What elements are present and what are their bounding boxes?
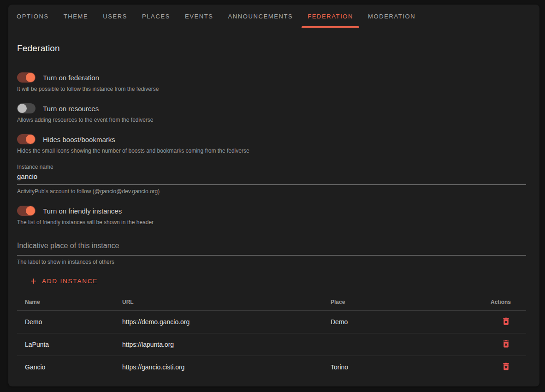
resources-toggle-row: Turn on resources Allows adding resource… (17, 103, 526, 123)
instance-name-cell: Gancio (25, 363, 122, 371)
tab-announcements[interactable]: ANNOUNCEMENTS (221, 5, 301, 28)
federation-switch-label: Turn on federation (43, 74, 99, 82)
delete-instance-button[interactable] (501, 339, 511, 350)
hide-boost-switch-hint: Hides the small icons showing the number… (17, 148, 526, 154)
switch-knob (18, 104, 27, 113)
federation-switch[interactable] (17, 72, 36, 83)
instance-url-cell: https://lapunta.org (122, 341, 331, 348)
tab-federation[interactable]: FEDERATION (300, 5, 361, 28)
hide-boost-switch[interactable] (17, 134, 36, 144)
table-header-row: Name URL Place Actions (17, 294, 526, 311)
add-instance-button[interactable]: ADD INSTANCE (26, 276, 101, 286)
resources-switch-hint: Allows adding resources to the event fro… (17, 117, 526, 123)
trusted-instances-table: Name URL Place Actions Demo https://demo… (17, 294, 526, 378)
instance-name-field-group: Instance name ActivityPub's account to f… (17, 164, 526, 195)
admin-tab-bar: OPTIONS THEME USERS PLACES EVENTS ANNOUN… (8, 5, 539, 28)
resources-switch[interactable] (17, 103, 36, 113)
federation-settings-panel: Federation Turn on federation It will be… (8, 43, 539, 378)
trash-delete-icon (501, 316, 511, 327)
col-header-place: Place (331, 299, 479, 305)
federation-switch-hint: It will be possible to follow this insta… (17, 86, 526, 92)
table-row: Gancio https://gancio.cisti.org Torino (17, 356, 526, 378)
table-row: Demo https://demo.gancio.org Demo (17, 311, 526, 333)
plus-icon (29, 277, 38, 285)
instance-name-cell: LaPunta (25, 341, 122, 348)
switch-knob (26, 73, 35, 82)
hide-boost-switch-label: Hides boost/bookmarks (43, 136, 115, 143)
tab-moderation[interactable]: MODERATION (361, 5, 423, 28)
instance-place-cell: Demo (331, 318, 479, 326)
instance-place-field-group: The label to show in instances of others (17, 242, 526, 265)
federation-toggle-row: Turn on federation It will be possible t… (17, 72, 526, 92)
switch-knob (26, 206, 35, 215)
table-row: LaPunta https://lapunta.org (17, 333, 526, 356)
add-instance-button-label: ADD INSTANCE (42, 278, 98, 285)
instance-url-cell: https://demo.gancio.org (122, 318, 331, 326)
resources-switch-label: Turn on resources (43, 105, 99, 113)
trash-delete-icon (501, 339, 511, 350)
friendly-instances-switch-label: Turn on friendly instances (43, 207, 122, 215)
tab-events[interactable]: EVENTS (178, 5, 221, 28)
tab-theme[interactable]: THEME (56, 5, 96, 28)
col-header-actions: Actions (479, 299, 511, 305)
instance-name-label: Instance name (17, 164, 526, 170)
page-title: Federation (17, 43, 526, 54)
instance-place-hint: The label to show in instances of others (17, 259, 526, 265)
switch-knob (26, 135, 35, 144)
tab-users[interactable]: USERS (95, 5, 135, 28)
admin-panel-card: OPTIONS THEME USERS PLACES EVENTS ANNOUN… (8, 5, 539, 386)
instance-place-cell: Torino (331, 363, 479, 371)
instance-name-hint: ActivityPub's account to follow (@gancio… (17, 188, 526, 195)
friendly-instances-switch-hint: The list of friendly instances will be s… (17, 219, 526, 226)
instance-name-cell: Demo (25, 318, 122, 326)
instance-name-input[interactable] (17, 170, 526, 185)
tab-options[interactable]: OPTIONS (9, 5, 56, 28)
friendly-instances-toggle-row: Turn on friendly instances The list of f… (17, 206, 526, 226)
hide-boost-toggle-row: Hides boost/bookmarks Hides the small ic… (17, 134, 526, 154)
tab-places[interactable]: PLACES (135, 5, 178, 28)
delete-instance-button[interactable] (501, 362, 511, 373)
delete-instance-button[interactable] (501, 316, 511, 327)
friendly-instances-switch[interactable] (17, 206, 36, 216)
col-header-name: Name (25, 299, 122, 305)
instance-place-input[interactable] (17, 242, 526, 255)
col-header-url: URL (122, 299, 331, 305)
instance-url-cell: https://gancio.cisti.org (122, 363, 331, 371)
trash-delete-icon (501, 362, 511, 373)
